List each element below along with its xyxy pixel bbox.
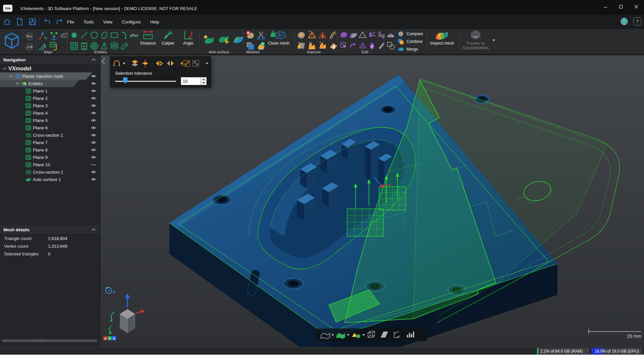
visibility-toggle[interactable]: [91, 147, 97, 152]
menu-item[interactable]: View: [98, 15, 117, 29]
remesh-button[interactable]: [358, 41, 367, 50]
target-alignment-button[interactable]: [49, 31, 59, 41]
angle-button[interactable]: [182, 29, 195, 41]
remove-spikes-button[interactable]: [339, 31, 348, 39]
invert-selection-icon[interactable]: [155, 59, 164, 67]
tree-row[interactable]: Plane 3: [0, 102, 100, 109]
visibility-toggle[interactable]: [91, 155, 97, 160]
language-globe-icon[interactable]: [620, 17, 629, 26]
tree-row[interactable]: Cross-section 1: [0, 131, 100, 139]
invert-all-selection-icon[interactable]: [166, 59, 175, 67]
caliper-button[interactable]: [162, 29, 174, 41]
offset-mesh-button[interactable]: [377, 31, 386, 39]
ribbon-undo-button[interactable]: [25, 32, 34, 41]
create-ellipse-button[interactable]: [100, 31, 109, 40]
resize-button[interactable]: [339, 41, 348, 50]
panel-horizontal-scrollbar[interactable]: [1, 339, 98, 343]
create-cone-button[interactable]: [100, 42, 109, 50]
create-rectangle-button[interactable]: [110, 31, 119, 40]
tolerance-input[interactable]: [181, 77, 201, 85]
visibility-toggle[interactable]: [91, 88, 97, 93]
combine-button[interactable]: Combine: [398, 39, 423, 45]
collapse-navigation-icon[interactable]: [92, 58, 96, 61]
visibility-toggle[interactable]: [91, 162, 97, 167]
visibility-toggle[interactable]: [91, 133, 97, 137]
new-session-button[interactable]: [15, 17, 25, 27]
visibility-toggle[interactable]: [91, 81, 97, 86]
create-circle-button[interactable]: [90, 31, 99, 40]
tolerance-spinner[interactable]: [201, 77, 207, 85]
visibility-toggle[interactable]: [91, 177, 97, 182]
tree-row[interactable]: Plane 2: [0, 95, 100, 102]
visibility-toggle[interactable]: [91, 170, 97, 174]
tree-row[interactable]: Auto surface 1: [0, 176, 100, 183]
tree-row[interactable]: VXmodel: [0, 65, 100, 72]
best-fit-alignment-button[interactable]: [38, 31, 48, 41]
visibility-toggle[interactable]: [91, 74, 97, 78]
menu-item[interactable]: Tools: [79, 15, 98, 29]
visibility-toggle[interactable]: [91, 111, 97, 115]
smooth-mesh-button[interactable]: [349, 31, 358, 39]
tree-row[interactable]: Plastic injection mold: [0, 72, 100, 80]
shrink-selection-icon[interactable]: [192, 59, 201, 67]
sculpt-button[interactable]: [377, 41, 386, 50]
expand-chevron-icon[interactable]: [15, 82, 21, 85]
create-cross-section-button[interactable]: [110, 42, 119, 50]
visibility-toggle[interactable]: [91, 103, 97, 108]
tree-row[interactable]: Plane 5: [0, 117, 100, 124]
delete-mesh-button[interactable]: [246, 31, 255, 40]
create-curve-button[interactable]: [120, 42, 129, 50]
defeature-button[interactable]: [329, 41, 338, 51]
visible-selection-icon[interactable]: [141, 59, 150, 67]
split-mesh-button[interactable]: [368, 31, 376, 39]
visibility-toggle[interactable]: [91, 118, 97, 123]
fill-holes-button[interactable]: [297, 31, 306, 40]
tree-row[interactable]: Plane 8: [0, 146, 100, 154]
tolerance-slider-handle[interactable]: [123, 77, 127, 84]
minimize-button[interactable]: [598, 0, 613, 13]
merge-meshes-button[interactable]: [246, 41, 255, 51]
menu-item[interactable]: Help: [146, 15, 164, 29]
visibility-toggle[interactable]: [91, 140, 97, 145]
menu-item[interactable]: File: [62, 15, 79, 29]
surface-alignment-button[interactable]: [60, 31, 69, 40]
viewport-3d[interactable]: ? X Y Z: [101, 55, 644, 347]
more-selection-options-caret[interactable]: [206, 63, 208, 64]
tree-row[interactable]: Plane 9: [0, 154, 100, 161]
vxmodel-module-button[interactable]: [4, 32, 19, 50]
visibility-toggle[interactable]: [91, 96, 97, 101]
transfer-dropdown-caret[interactable]: [492, 40, 495, 41]
create-plane-button[interactable]: [70, 42, 78, 50]
tree-row[interactable]: Plane 1: [0, 87, 100, 95]
validate-mesh-button[interactable]: [256, 41, 266, 51]
scrollbar-thumb[interactable]: [2, 339, 97, 342]
expand-chevron-icon[interactable]: [9, 75, 15, 77]
waterproof-button[interactable]: [368, 41, 376, 50]
axis-triad-label[interactable]: X Y Z: [103, 336, 116, 340]
cut-mesh-button[interactable]: [256, 31, 266, 40]
edit-surface-button[interactable]: [217, 34, 230, 45]
clean-mesh-button[interactable]: [268, 29, 287, 41]
project-mesh-button[interactable]: [386, 31, 395, 39]
boolean-button[interactable]: [386, 41, 395, 50]
tree-row[interactable]: Plane 4: [0, 109, 100, 117]
undo-button[interactable]: [42, 17, 52, 27]
spinner-down-button[interactable]: [201, 81, 206, 85]
merge-button[interactable]: Merge: [398, 46, 418, 52]
save-button[interactable]: [28, 17, 38, 27]
tree-row[interactable]: Plane 10: [0, 161, 100, 168]
grow-selection-icon[interactable]: [180, 59, 190, 67]
through-selection-icon[interactable]: [130, 59, 139, 67]
transfer-solidworks-button[interactable]: SW: [469, 29, 482, 40]
home-button[interactable]: [2, 17, 12, 27]
create-point-button[interactable]: [70, 31, 78, 40]
visibility-toggle[interactable]: [91, 125, 97, 130]
create-cylinder-button[interactable]: [80, 42, 89, 50]
visibility-toggle[interactable]: [91, 66, 97, 71]
patch-button[interactable]: [318, 41, 327, 51]
help-button[interactable]: ?: [633, 17, 641, 25]
bridge-button[interactable]: [307, 41, 317, 51]
collapse-details-icon[interactable]: [92, 228, 96, 231]
spinner-up-button[interactable]: [201, 77, 206, 81]
maximize-button[interactable]: [613, 0, 629, 13]
